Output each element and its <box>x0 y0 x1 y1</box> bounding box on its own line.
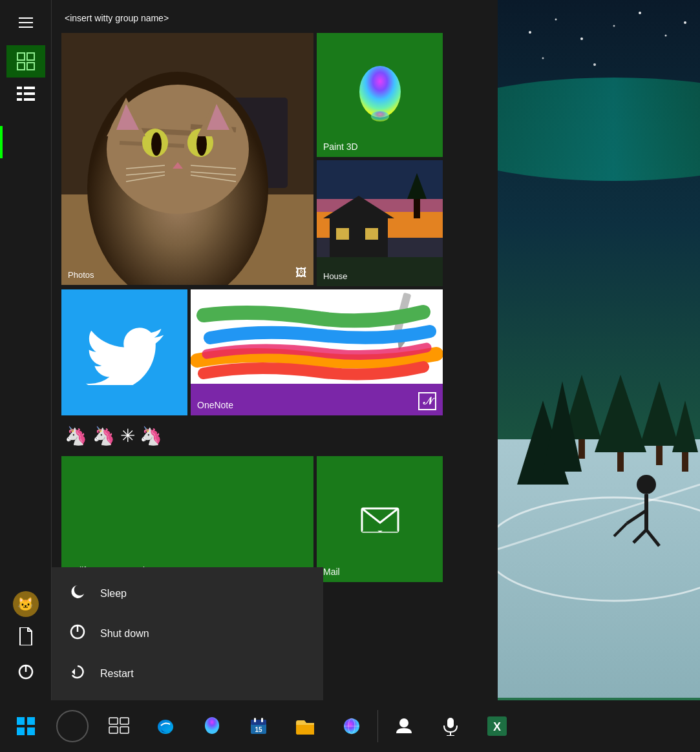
tile-house[interactable]: House <box>317 160 443 286</box>
svg-point-65 <box>359 66 401 118</box>
power-menu: Sleep Shut down Restart <box>52 567 323 700</box>
shutdown-icon <box>68 623 87 644</box>
taskbar-taskview-button[interactable] <box>96 704 142 749</box>
tile-weather[interactable]: Halifax, NS, Canada <box>61 456 313 582</box>
svg-marker-81 <box>362 523 379 532</box>
taskbar-divider <box>377 710 378 742</box>
group-header: <insert witty group name> <box>58 6 491 33</box>
svg-line-29 <box>646 530 659 546</box>
taskbar-maps-button[interactable] <box>329 704 374 749</box>
tile-row-1: Photos 🖼 <box>61 33 488 286</box>
sidebar-bottom: 🐱 <box>6 591 45 701</box>
taskbar-search-button[interactable] <box>50 704 95 749</box>
restart-button[interactable]: Restart <box>52 654 323 694</box>
svg-rect-38 <box>17 98 22 101</box>
shutdown-label: Shut down <box>100 628 149 640</box>
svg-text:X: X <box>493 720 501 733</box>
tile-row-2: OneNote 𝒩 <box>61 289 488 415</box>
svg-point-9 <box>542 57 544 59</box>
taskbar-edge-button[interactable] <box>143 704 188 749</box>
svg-point-66 <box>371 111 389 121</box>
svg-rect-75 <box>365 228 378 240</box>
svg-rect-20 <box>656 446 663 465</box>
right-column: Paint 3D <box>317 33 443 286</box>
svg-point-5 <box>613 25 615 27</box>
svg-line-13 <box>498 485 700 549</box>
svg-rect-39 <box>24 98 35 101</box>
svg-point-94 <box>158 720 173 734</box>
taskbar-calendar-button[interactable]: 15 <box>236 704 281 749</box>
svg-marker-14 <box>562 375 601 439</box>
svg-rect-87 <box>27 717 35 725</box>
tile-mail[interactable]: Mail <box>317 456 443 582</box>
svg-rect-32 <box>17 63 25 70</box>
svg-rect-19 <box>617 452 624 472</box>
mail-label: Mail <box>323 567 340 577</box>
user-avatar[interactable]: 🐱 <box>13 591 39 617</box>
tile-onenote[interactable]: OneNote 𝒩 <box>191 289 443 415</box>
svg-rect-92 <box>109 727 118 733</box>
svg-rect-90 <box>109 718 118 724</box>
taskbar-photos-button[interactable] <box>189 704 235 749</box>
svg-point-10 <box>593 63 596 66</box>
taskbar-files-button[interactable] <box>282 704 328 749</box>
svg-marker-23 <box>543 381 582 472</box>
tile-paint3d[interactable]: Paint 3D <box>317 33 443 157</box>
svg-rect-21 <box>682 452 688 472</box>
svg-marker-16 <box>640 381 679 446</box>
hamburger-button[interactable] <box>6 6 45 39</box>
svg-point-24 <box>637 475 656 494</box>
tile-row-4: Halifax, NS, Canada Mail <box>61 456 488 582</box>
svg-rect-91 <box>120 718 129 724</box>
taskbar-mic-button[interactable] <box>428 704 473 749</box>
svg-rect-37 <box>24 92 35 95</box>
taskbar: 15 <box>0 700 700 752</box>
sidebar: 🐱 <box>0 0 52 701</box>
restart-icon <box>68 663 87 684</box>
tile-photos[interactable]: Photos 🖼 <box>61 33 313 285</box>
svg-point-4 <box>580 37 583 40</box>
svg-marker-85 <box>72 669 75 675</box>
svg-point-3 <box>555 19 557 21</box>
tile-row-emoji: 🦄 🦄 ✳ 🦄 <box>61 419 488 453</box>
svg-point-7 <box>665 35 667 37</box>
svg-rect-36 <box>17 92 22 95</box>
paint3d-label: Paint 3D <box>323 141 358 152</box>
sidebar-list-icon[interactable] <box>6 78 45 110</box>
taskbar-start-button[interactable] <box>3 704 48 749</box>
active-indicator <box>0 126 3 158</box>
svg-rect-18 <box>578 439 585 459</box>
svg-rect-88 <box>17 727 25 735</box>
svg-marker-17 <box>672 401 698 452</box>
shutdown-button[interactable]: Shut down <box>52 614 323 654</box>
taskbar-people-button[interactable] <box>381 704 427 749</box>
svg-point-8 <box>684 21 686 24</box>
svg-marker-15 <box>595 375 646 452</box>
svg-rect-86 <box>17 717 25 725</box>
svg-rect-34 <box>17 87 22 89</box>
svg-rect-31 <box>27 53 34 60</box>
photos-image <box>61 33 313 285</box>
sidebar-tiles-icon[interactable] <box>6 45 45 78</box>
power-icon[interactable] <box>6 656 45 688</box>
svg-rect-99 <box>261 718 263 722</box>
svg-rect-71 <box>414 199 420 218</box>
onenote-n-icon: 𝒩 <box>418 392 436 410</box>
tile-twitter[interactable] <box>61 289 187 415</box>
svg-rect-97 <box>251 720 266 725</box>
emoji-tile: 🦄 🦄 ✳ 🦄 <box>61 422 165 450</box>
photos-img-icon: 🖼 <box>295 266 307 280</box>
sleep-button[interactable]: Sleep <box>52 574 323 614</box>
svg-line-28 <box>633 530 646 543</box>
svg-rect-30 <box>17 53 25 60</box>
svg-point-95 <box>205 717 219 734</box>
documents-icon[interactable] <box>6 620 45 653</box>
restart-label: Restart <box>100 668 134 680</box>
svg-rect-89 <box>27 727 35 735</box>
svg-point-52 <box>151 132 162 156</box>
svg-marker-82 <box>381 523 398 532</box>
onenote-label: OneNote <box>197 400 233 410</box>
taskbar-excel-button[interactable]: X <box>474 704 520 749</box>
hamburger-line-1 <box>19 17 33 19</box>
svg-line-26 <box>627 510 646 523</box>
